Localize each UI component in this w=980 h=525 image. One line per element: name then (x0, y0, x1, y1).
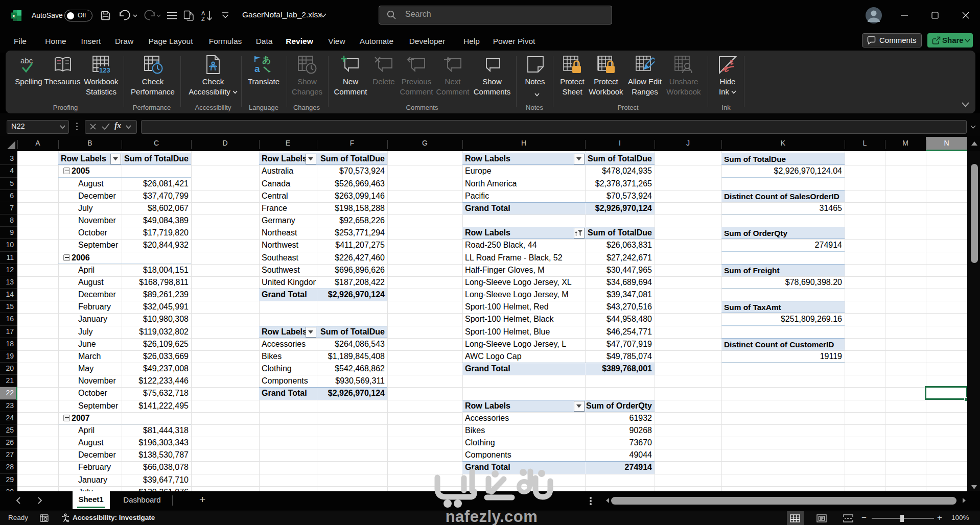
svg-text:nafezly.com: nafezly.com (446, 508, 538, 525)
